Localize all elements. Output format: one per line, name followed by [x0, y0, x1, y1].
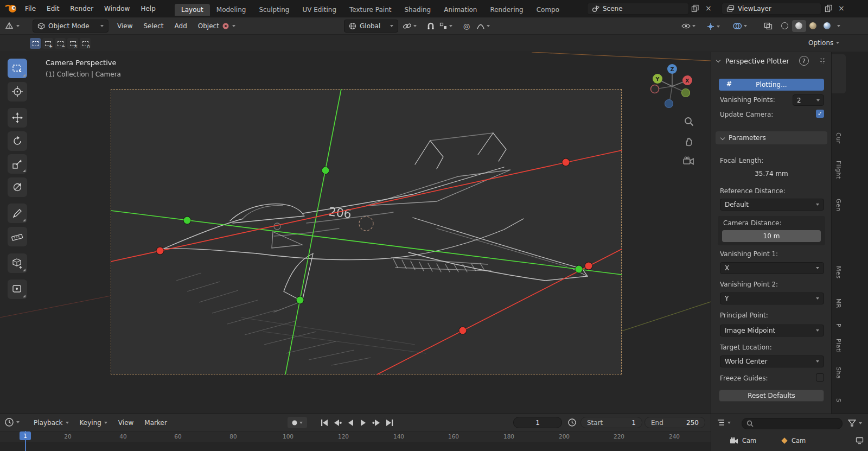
- snap-target-dropdown[interactable]: [403, 22, 417, 30]
- snap-with-dropdown[interactable]: [439, 22, 452, 30]
- shading-wireframe-button[interactable]: [781, 22, 788, 29]
- panel-grip-icon[interactable]: [820, 58, 825, 64]
- vanishing-point-1-dropdown[interactable]: X: [720, 262, 824, 274]
- outliner-display-toggle[interactable]: [856, 437, 864, 444]
- outliner-search-input[interactable]: [742, 418, 843, 429]
- preview-range-button[interactable]: [567, 418, 577, 427]
- menu-edit[interactable]: Edit: [41, 5, 65, 12]
- workspace-tab-texture-paint[interactable]: Texture Paint: [343, 4, 398, 16]
- help-button[interactable]: ?: [799, 56, 809, 66]
- menu-keying[interactable]: Keying: [74, 419, 113, 427]
- sidebar-tab-flight[interactable]: Flight: [835, 161, 842, 179]
- transform-orientation-dropdown[interactable]: Global: [344, 20, 398, 33]
- next-keyframe-button[interactable]: [370, 417, 383, 428]
- shading-solid-button[interactable]: [795, 22, 802, 29]
- menu-view[interactable]: View: [112, 22, 138, 30]
- menu-select[interactable]: Select: [138, 22, 169, 30]
- vp-handle-green-4[interactable]: [576, 266, 583, 273]
- prev-keyframe-button[interactable]: [331, 417, 344, 428]
- menu-add[interactable]: Add: [169, 22, 193, 30]
- menu-marker[interactable]: Marker: [139, 419, 172, 427]
- select-mode-invert[interactable]: ×: [67, 38, 78, 49]
- play-reverse-button[interactable]: [344, 417, 357, 428]
- menu-window[interactable]: Window: [99, 5, 135, 12]
- snap-toggle-button[interactable]: [426, 22, 435, 30]
- workspace-tab-compositing[interactable]: Compo: [530, 4, 566, 16]
- workspace-tab-animation[interactable]: Animation: [437, 4, 483, 16]
- outliner-filter-chevron[interactable]: [859, 422, 862, 424]
- object-visibility-dropdown[interactable]: [681, 22, 695, 30]
- sidebar-tab-s[interactable]: S: [835, 398, 842, 402]
- outliner-filter-button[interactable]: [848, 420, 856, 427]
- pivot-point-dropdown[interactable]: [221, 22, 235, 30]
- scene-selector[interactable]: Scene: [587, 3, 689, 15]
- vp-handle-green-3[interactable]: [297, 297, 304, 304]
- shading-rendered-button[interactable]: [824, 22, 831, 29]
- select-mode-intersect[interactable]: ∩: [80, 38, 91, 49]
- vp-handle-red-1[interactable]: [563, 159, 570, 166]
- vp-handle-red-3[interactable]: [459, 327, 467, 334]
- options-dropdown[interactable]: Options: [808, 39, 839, 47]
- workspace-tab-sculpting[interactable]: Sculpting: [252, 4, 296, 16]
- scene-unlink-button[interactable]: ×: [705, 4, 712, 12]
- target-location-dropdown[interactable]: World Center: [720, 355, 824, 367]
- menu-help[interactable]: Help: [135, 5, 161, 12]
- select-mode-new[interactable]: [30, 38, 41, 49]
- tool-measure[interactable]: [8, 227, 27, 246]
- workspace-tab-shading[interactable]: Shading: [398, 4, 437, 16]
- blender-logo-icon[interactable]: [4, 4, 17, 13]
- select-mode-subtract[interactable]: −: [55, 38, 66, 49]
- proportional-edit-toggle[interactable]: ◎: [463, 22, 470, 30]
- plotting-button[interactable]: Plotting...: [719, 79, 824, 91]
- mode-dropdown[interactable]: Object Mode: [33, 20, 108, 33]
- menu-playback[interactable]: Playback: [28, 419, 74, 427]
- sidebar-tab-p[interactable]: P: [835, 323, 842, 327]
- sidebar-tab-active[interactable]: [832, 54, 846, 93]
- vp-handle-red-4[interactable]: [585, 263, 592, 270]
- parameters-header[interactable]: Parameters: [716, 131, 827, 144]
- freeze-guides-checkbox[interactable]: [816, 373, 824, 382]
- timeline-editor-type-button[interactable]: [4, 417, 20, 427]
- vanishing-point-2-dropdown[interactable]: Y: [720, 293, 824, 304]
- pan-button[interactable]: [684, 136, 694, 147]
- camera-distance-field[interactable]: 10 m: [722, 230, 821, 242]
- camera-view-button[interactable]: [682, 156, 694, 166]
- tool-annotate[interactable]: [8, 204, 27, 223]
- scene-copy-button[interactable]: [691, 4, 699, 12]
- tool-cursor[interactable]: [8, 82, 27, 101]
- tool-transform[interactable]: [8, 177, 27, 197]
- workspace-tab-modeling[interactable]: Modeling: [210, 4, 253, 16]
- tool-rotate[interactable]: [8, 131, 27, 151]
- vanishing-points-dropdown[interactable]: 2: [793, 94, 824, 106]
- playhead-badge[interactable]: 1: [20, 431, 31, 440]
- viewlayer-remove-button[interactable]: ×: [838, 4, 845, 12]
- tool-scale[interactable]: [8, 154, 27, 174]
- reference-distance-dropdown[interactable]: Default: [720, 199, 824, 211]
- menu-render[interactable]: Render: [65, 5, 99, 12]
- jump-to-end-button[interactable]: [383, 417, 396, 428]
- editor-type-button[interactable]: [4, 20, 20, 32]
- frame-start-field[interactable]: Start 1: [580, 417, 642, 428]
- auto-keying-button[interactable]: [288, 417, 307, 428]
- navigation-gizmo[interactable]: Z Y X: [649, 63, 695, 109]
- sidebar-tab-gen[interactable]: Gen: [835, 199, 842, 212]
- shading-dropdown-chevron[interactable]: [837, 25, 840, 27]
- timeline-tracks[interactable]: [0, 442, 711, 451]
- select-mode-extend[interactable]: +: [42, 38, 53, 49]
- menu-object[interactable]: Object: [193, 22, 225, 30]
- play-button[interactable]: [357, 417, 370, 428]
- menu-timeline-view[interactable]: View: [113, 419, 139, 427]
- sidebar-tab-sha[interactable]: Sha: [835, 367, 842, 379]
- workspace-tab-uv-editing[interactable]: UV Editing: [296, 4, 343, 16]
- frame-end-field[interactable]: End 250: [644, 417, 705, 428]
- shading-material-button[interactable]: [809, 22, 816, 29]
- workspace-tab-rendering[interactable]: Rendering: [483, 4, 529, 16]
- tool-extra[interactable]: [8, 280, 27, 299]
- workspace-tab-layout[interactable]: Layout: [175, 4, 210, 16]
- vp-handle-green-1[interactable]: [322, 167, 329, 174]
- vp-handle-red-2[interactable]: [157, 247, 164, 255]
- principal-point-dropdown[interactable]: Image Midpoint: [720, 325, 824, 336]
- viewport-canvas[interactable]: 206 Camera Perspective (1) Collection | …: [0, 52, 711, 414]
- current-frame-field[interactable]: 1: [513, 417, 562, 428]
- xray-toggle[interactable]: [764, 22, 773, 30]
